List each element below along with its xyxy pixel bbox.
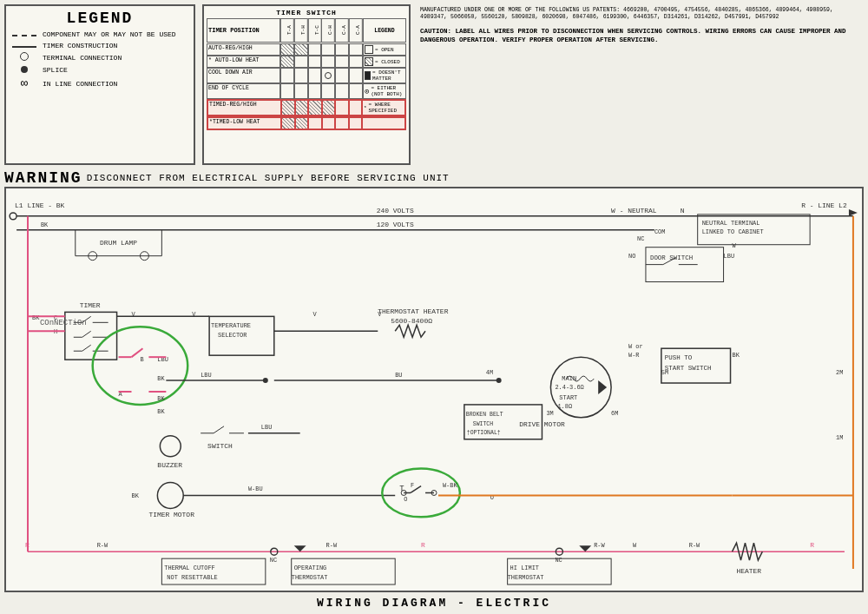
row3-cells: = DOESN'T MATTER <box>280 68 406 83</box>
wiring-diagram-svg: L1 LINE - BK R - LINE L2 240 VOLTS 120 V… <box>6 188 862 591</box>
col-tc: T-C <box>308 18 322 43</box>
diagram-area: L1 LINE - BK R - LINE L2 240 VOLTS 120 V… <box>4 187 864 592</box>
legend-text-dashed: COMPONENT MAY OR MAY NOT BE USED <box>43 30 176 39</box>
r1c4 <box>321 43 335 56</box>
bk-label-b: BK <box>157 408 165 415</box>
legend-item-dashed: COMPONENT MAY OR MAY NOT BE USED <box>11 30 188 39</box>
lbu-label3: LBU <box>201 372 212 379</box>
r4c3 <box>308 83 322 99</box>
timer-row-6-highlight: *TIMED-LOW HEAT <box>207 116 406 130</box>
legend-text-terminal: TERMINAL CONNECTION <box>43 54 122 63</box>
legend-title: LEGEND <box>11 10 188 27</box>
broken-belt-label3: †OPTIONAL† <box>467 430 501 436</box>
4m-label: 4M <box>486 369 493 376</box>
timer-box: TIMER SWITCH TIMER POSITION T-A T-H T-C … <box>202 4 411 165</box>
neutral-label: W - NEUTRAL <box>611 207 657 215</box>
com-label: COM <box>654 228 666 235</box>
op-thermo-label2: THERMOSTAT <box>292 574 328 581</box>
r6c4 <box>322 117 336 129</box>
timer-row-2: * AUTO-LOW HEAT = CLOSED <box>207 56 406 68</box>
r4c1 <box>280 83 294 99</box>
no-label: NO <box>628 253 635 260</box>
bottom-title: WIRING DIAGRAM - ELECTRIC <box>0 597 868 610</box>
row4-label: END OF CYCLE <box>207 83 280 99</box>
r-label-bot: R <box>421 541 425 549</box>
lbu-switch-label: LBU <box>261 424 273 431</box>
wbu-label: W-BU <box>248 485 263 492</box>
where-specified-label: = WHERE SPECIFIED <box>369 102 404 114</box>
dashed-line-symbol <box>11 30 37 39</box>
r1c1 <box>280 43 294 56</box>
row3-label: COOL DOWN AIR <box>207 68 280 83</box>
nc-label-bot2: NC <box>555 557 562 564</box>
r2c4 <box>321 56 335 68</box>
r2c6 <box>349 56 363 68</box>
r5c4 <box>322 100 336 116</box>
timer-motor-label: TIMER MOTOR <box>148 511 194 518</box>
r1c2 <box>294 43 308 56</box>
nc-label-bot1: NC <box>270 557 277 564</box>
r4c4 <box>321 83 335 99</box>
r2c3 <box>308 56 322 68</box>
black-symbol <box>365 71 371 80</box>
r5c6 <box>349 100 363 116</box>
neutral-terminal-text2: LINKED TO CABINET <box>702 228 764 235</box>
col-ca1: C-A <box>335 18 349 43</box>
r1c6 <box>349 43 363 56</box>
legend-text-solid: TIMER CONSTRUCTION <box>43 42 117 50</box>
push-start-label2: START SWITCH <box>665 365 712 372</box>
closed-symbol <box>365 57 373 66</box>
3m-label: 3M <box>546 410 553 417</box>
nc-label1: NC <box>637 235 644 242</box>
r3c1 <box>280 68 294 83</box>
start-label: START <box>559 394 577 401</box>
warning-bar: WARNING DISCONNECT FROM ELECTRICAL SUPPL… <box>4 169 864 187</box>
col-ta: T-A <box>280 18 294 43</box>
drum-lamp-label: DRUM LAMP <box>100 239 137 247</box>
temp-sel-label2: SELECTOR <box>218 332 247 339</box>
row5-label: TIMED-REG/HIGH <box>207 100 281 116</box>
r5c5 <box>335 100 349 116</box>
info-box: MANUFACTURED UNDER ONE OR MORE OF THE FO… <box>418 4 864 165</box>
timer-label: TIMER <box>80 301 101 309</box>
r6c6 <box>349 117 363 129</box>
row6-label: *TIMED-LOW HEAT <box>207 117 281 129</box>
broken-belt-label2: SWITCH <box>473 421 493 427</box>
timer-position-header: TIMER POSITION T-A T-H T-C C-H C-A C-A L… <box>207 18 406 43</box>
top-section: LEGEND COMPONENT MAY OR MAY NOT BE USED … <box>4 4 864 165</box>
r6c2 <box>295 117 309 129</box>
timer-row-1: AUTO-REG/HIGH = OPEN <box>207 43 406 56</box>
r6c1 <box>281 117 295 129</box>
main-ohm: 2.4-3.6Ω <box>555 384 583 391</box>
b-label: B <box>140 356 143 363</box>
rw-label4: R-W <box>689 542 700 549</box>
row4-cells: ⊙ = EITHER (NOT BOTH) <box>280 83 406 99</box>
6m-label: 6M <box>611 410 618 417</box>
legend-text-inline: IN LINE CONNECTION <box>43 80 117 89</box>
warning-label: WARNING <box>4 169 82 187</box>
r5c1 <box>281 100 295 116</box>
legend-text-splice: SPLICE <box>43 66 68 75</box>
main-container: LEGEND COMPONENT MAY OR MAY NOT BE USED … <box>0 0 868 614</box>
dot-conn1 <box>263 378 268 383</box>
start-ohm: 1.8Ω <box>557 403 572 410</box>
connection-label: COnNECTiOn <box>40 319 87 327</box>
r2c5 <box>335 56 349 68</box>
row1-cells: = OPEN <box>280 43 406 56</box>
open-symbol <box>365 45 373 54</box>
dot-conn2 <box>496 378 502 383</box>
legend-item-splice: SPLICE <box>11 66 188 76</box>
r3c4 <box>321 68 335 83</box>
doesnt-matter-label: = DOESN'T MATTER <box>372 69 404 82</box>
r2c1 <box>280 56 294 68</box>
either-label: = EITHER (NOT BOTH) <box>371 85 404 97</box>
bk-label-mid1: BK <box>157 375 165 382</box>
2m-label: 2M <box>836 369 843 376</box>
wr-label: W-R <box>628 352 640 359</box>
1m-label: 1M <box>836 434 843 441</box>
row5-cells: * = WHERE SPECIFIED <box>281 100 405 116</box>
row2-label: * AUTO-LOW HEAT <box>207 56 280 68</box>
rw-label2: R-W <box>326 542 338 549</box>
timer-row-5-highlight: TIMED-REG/HIGH * = WHERE SPECIFIED <box>207 99 406 116</box>
legend-item-inline: ∞ IN LINE CONNECTION <box>11 77 188 89</box>
